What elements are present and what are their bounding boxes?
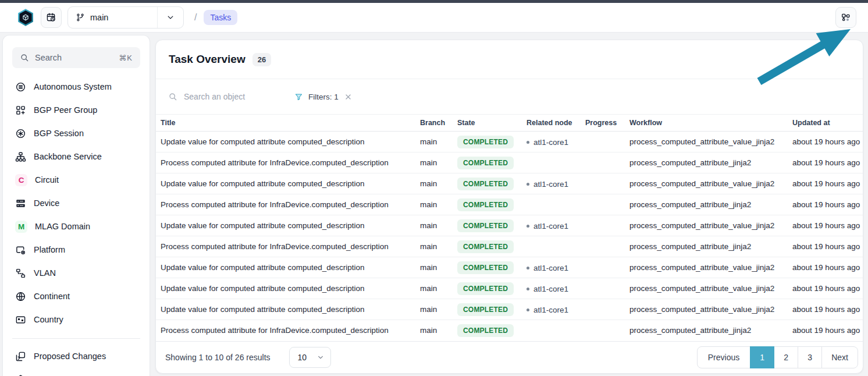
sidebar-item-bgp-session[interactable]: BGP Session	[3, 122, 150, 145]
task-state: COMPLETED	[453, 173, 522, 194]
sidebar-item-label: Autonomous System	[34, 82, 112, 91]
sidebar-item-device[interactable]: Device	[3, 191, 150, 215]
clear-filters-icon[interactable]	[344, 93, 353, 101]
letter-avatar: C	[15, 174, 27, 186]
task-row[interactable]: Update value for computed attribute comp…	[156, 299, 863, 320]
task-title: Process computed attribute for InfraDevi…	[156, 320, 415, 341]
sidebar-item-label: Continent	[34, 292, 70, 301]
task-branch: main	[415, 173, 453, 194]
task-state: COMPLETED	[453, 278, 522, 299]
pagination-page-1[interactable]: 1	[750, 346, 774, 368]
sidebar-item-autonomous-system[interactable]: Autonomous System	[3, 75, 150, 98]
task-related-node: atl1-core1	[522, 278, 581, 299]
sidebar-item-bgp-peer-group[interactable]: BGP Peer Group	[3, 98, 150, 122]
task-related-node: atl1-core1	[522, 215, 581, 236]
task-row[interactable]: Process computed attribute for InfraDevi…	[156, 194, 863, 215]
sidebar-search-placeholder: Search	[35, 53, 62, 62]
task-workflow: process_computed_attribute_value_jinja2	[625, 215, 788, 236]
column-state[interactable]: State	[453, 115, 522, 132]
task-row[interactable]: Process computed attribute for InfraDevi…	[156, 236, 863, 257]
task-branch: main	[415, 257, 453, 278]
pagination-previous[interactable]: Previous	[697, 346, 750, 368]
results-summary: Showing 1 to 10 of 26 results	[161, 353, 271, 362]
branch-dropdown-toggle[interactable]	[157, 7, 183, 28]
pagination-next[interactable]: Next	[821, 346, 858, 368]
task-progress	[581, 236, 625, 257]
sidebar-item-object-management[interactable]: Object Management	[3, 368, 150, 376]
task-related-node	[522, 194, 581, 215]
sidebar-item-circuit[interactable]: CCircuit	[3, 168, 150, 191]
sidebar-item-backbone-service[interactable]: Backbone Service	[3, 145, 150, 168]
task-branch: main	[415, 132, 453, 152]
sidebar-divider	[12, 338, 140, 339]
time-travel-button[interactable]	[41, 7, 62, 28]
sidebar-item-label: BGP Peer Group	[34, 105, 97, 115]
task-branch: main	[415, 299, 453, 320]
task-title: Update value for computed attribute comp…	[156, 278, 415, 299]
task-related-node	[522, 236, 581, 257]
pagination-page-3[interactable]: 3	[798, 346, 822, 368]
sidebar-item-vlan[interactable]: VLAN	[3, 261, 150, 285]
column-title[interactable]: Title	[156, 115, 415, 132]
filter-funnel-icon[interactable]	[294, 93, 303, 101]
schema-button[interactable]	[835, 7, 856, 28]
autonomous-system-icon	[15, 81, 26, 93]
sidebar-item-country[interactable]: Country	[3, 308, 150, 331]
sidebar-item-platform[interactable]: Platform	[3, 238, 150, 261]
node-dot-icon	[527, 288, 529, 290]
task-state: COMPLETED	[453, 236, 522, 257]
breadcrumb-separator: /	[194, 12, 197, 23]
state-badge: COMPLETED	[457, 219, 514, 232]
column-updated-at[interactable]: Updated at	[788, 115, 863, 132]
node-dot-icon	[527, 225, 529, 228]
breadcrumb-tasks[interactable]: Tasks	[204, 10, 237, 25]
sidebar-item-proposed-changes[interactable]: Proposed Changes	[3, 345, 150, 368]
task-updated-at: about 19 hours ago	[788, 320, 863, 341]
task-updated-at: about 19 hours ago	[788, 132, 863, 152]
column-progress[interactable]: Progress	[581, 115, 625, 132]
infrahub-logo[interactable]	[16, 8, 35, 27]
task-title: Process computed attribute for InfraDevi…	[156, 236, 415, 257]
task-row[interactable]: Process computed attribute for InfraDevi…	[156, 152, 863, 173]
object-search-input[interactable]: Search an object	[168, 92, 294, 101]
sidebar-item-mlag-domain[interactable]: MMLAG Domain	[3, 215, 150, 238]
task-progress	[581, 194, 625, 215]
letter-avatar: M	[15, 221, 27, 233]
filters-group: Filters: 1	[294, 93, 353, 101]
task-updated-at: about 19 hours ago	[788, 152, 863, 173]
task-row[interactable]: Update value for computed attribute comp…	[156, 278, 863, 299]
column-related-node[interactable]: Related node	[522, 115, 581, 132]
state-badge: COMPLETED	[457, 324, 514, 337]
state-badge: COMPLETED	[457, 157, 514, 169]
sidebar-search[interactable]: Search ⌘K	[12, 47, 140, 68]
task-state: COMPLETED	[453, 299, 522, 320]
task-row[interactable]: Update value for computed attribute comp…	[156, 173, 863, 194]
task-state: COMPLETED	[453, 215, 522, 236]
task-progress	[581, 173, 625, 194]
column-workflow[interactable]: Workflow	[625, 115, 788, 132]
node-dot-icon	[527, 267, 529, 269]
platform-icon	[15, 244, 26, 256]
task-row[interactable]: Process computed attribute for InfraDevi…	[156, 320, 863, 341]
backbone-service-icon	[15, 151, 26, 162]
page-size-select[interactable]: 10	[289, 347, 331, 368]
state-badge: COMPLETED	[457, 282, 514, 295]
node-dot-icon	[527, 183, 529, 186]
sidebar-item-label: Device	[34, 198, 59, 208]
bgp-session-icon	[15, 128, 26, 139]
panel-toolbar: Search an object Filters: 1	[156, 79, 863, 114]
column-branch[interactable]: Branch	[415, 115, 453, 132]
task-state: COMPLETED	[453, 132, 522, 152]
task-row[interactable]: Update value for computed attribute comp…	[156, 132, 863, 152]
branch-selector[interactable]: main	[67, 6, 184, 29]
task-row[interactable]: Update value for computed attribute comp…	[156, 257, 863, 278]
task-row[interactable]: Update value for computed attribute comp…	[156, 215, 863, 236]
task-workflow: process_computed_attribute_value_jinja2	[625, 257, 788, 278]
pagination-page-2[interactable]: 2	[774, 346, 798, 368]
sidebar-item-continent[interactable]: Continent	[3, 285, 150, 308]
task-state: COMPLETED	[453, 152, 522, 173]
task-title: Process computed attribute for InfraDevi…	[156, 152, 415, 173]
table-header-row: Title Branch State Related node Progress…	[156, 115, 863, 132]
calendar-clock-icon	[46, 12, 56, 23]
task-branch: main	[415, 194, 453, 215]
